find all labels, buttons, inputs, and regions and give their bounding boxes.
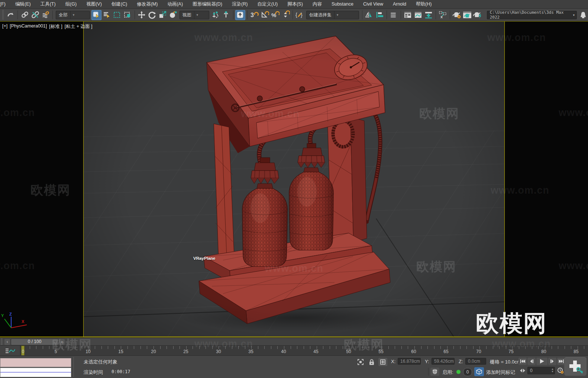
ref-coord-dropdown[interactable]: 视图▾ <box>180 11 209 19</box>
ruler-label: 65 <box>443 349 448 354</box>
track-bar[interactable]: 0510152025303540455055606570758085 <box>0 345 588 356</box>
script-listener-pane[interactable] <box>0 368 71 377</box>
angle-snap-button[interactable] <box>260 10 270 20</box>
menu-item[interactable]: 动画(A) <box>162 1 188 7</box>
named-selection-sets-button[interactable]: {} <box>295 10 305 20</box>
select-object-button[interactable] <box>91 10 101 20</box>
select-link-button[interactable] <box>20 10 30 20</box>
render-time-value: 0:00:17 <box>112 369 130 374</box>
play-button[interactable] <box>536 358 547 365</box>
selection-filter-dropdown[interactable]: 全部▾ <box>56 11 90 19</box>
viewport-menu-standard[interactable]: [标准 ] <box>49 23 62 30</box>
menu-item[interactable]: Civil View <box>358 1 388 7</box>
shield-icon[interactable] <box>430 368 439 376</box>
snap-3d-button[interactable]: 3 <box>249 10 259 20</box>
time-config-button[interactable] <box>556 367 565 374</box>
time-tag-cube-button[interactable] <box>474 367 484 376</box>
previous-frame-button[interactable] <box>527 358 536 365</box>
mini-curve-editor-button[interactable] <box>0 346 20 356</box>
absolute-mode-toggle[interactable] <box>378 358 387 366</box>
menu-item[interactable]: 渲染(R) <box>227 1 252 7</box>
align-button[interactable] <box>375 10 385 20</box>
select-place-button[interactable] <box>168 10 178 20</box>
ruler-label: 50 <box>346 349 351 354</box>
current-frame-field[interactable]: 0 ▲▼ <box>527 367 555 374</box>
select-by-name-button[interactable] <box>102 10 112 20</box>
ruler-label: 70 <box>476 349 481 354</box>
ruler-label: 60 <box>411 349 416 354</box>
curve-editor-button[interactable] <box>413 10 423 20</box>
statusbar-drag-handle[interactable] <box>73 357 74 377</box>
viewport-menu-pov[interactable]: [PhysCamera001] <box>10 23 47 30</box>
scene-explorer-button[interactable] <box>389 10 399 20</box>
chevron-down-icon: ▾ <box>334 11 340 19</box>
menu-item[interactable]: Arnold <box>388 1 411 7</box>
ribbon-toggle-button[interactable] <box>424 10 434 20</box>
camera-viewport[interactable]: Z Y X [+] [PhysCamera001] [标准 ] [粘土 + 边面… <box>0 21 588 337</box>
rendered-frame-button[interactable] <box>462 10 472 20</box>
menu-item[interactable]: 编辑(E) <box>10 1 36 7</box>
menu-item[interactable]: 工具(T) <box>36 1 61 7</box>
menu-item[interactable]: 帮助(H) <box>411 1 436 7</box>
select-rotate-button[interactable] <box>147 10 157 20</box>
unlink-button[interactable] <box>30 10 40 20</box>
z-coord-field[interactable]: 0.0cm <box>465 358 486 365</box>
y-coord-field[interactable]: 59.426cm <box>432 358 455 365</box>
x-coord-field[interactable]: 16.878cm <box>398 358 421 365</box>
bind-spacewarp-button[interactable] <box>41 10 51 20</box>
macro-recorder-pane[interactable] <box>0 358 71 367</box>
next-frame-arrow[interactable]: › <box>59 339 65 345</box>
toolbar-overflow-icon[interactable] <box>578 10 588 20</box>
select-move-button[interactable] <box>137 10 147 20</box>
frame-spinner[interactable]: ▲▼ <box>551 368 554 373</box>
mirror-button[interactable] <box>364 10 374 20</box>
set-key-button[interactable] <box>564 357 587 376</box>
render-setup-button[interactable] <box>452 10 462 20</box>
menu-item[interactable]: 视图(V) <box>81 1 107 7</box>
time-slider[interactable]: 0 / 100 <box>11 339 58 345</box>
viewport-menu-general[interactable]: [+] <box>2 23 7 30</box>
enable-count-badge[interactable]: 0 <box>463 368 472 376</box>
window-crossing-button[interactable] <box>123 10 133 20</box>
ruler-label: 55 <box>378 349 383 354</box>
select-manipulate-button[interactable] <box>221 10 231 20</box>
region-select-button[interactable] <box>112 10 122 20</box>
wireframe-model[interactable] <box>199 36 390 324</box>
menu-item[interactable]: 图形编辑器(D) <box>188 1 227 7</box>
use-center-button[interactable] <box>211 10 221 20</box>
menu-item[interactable]: 创建(C) <box>107 1 132 7</box>
svg-text:}: } <box>301 12 303 18</box>
material-editor-button[interactable]: x <box>438 10 448 20</box>
render-production-button[interactable] <box>473 10 483 20</box>
spinner-snap-button[interactable] <box>281 10 291 20</box>
x-label: X: <box>391 359 395 364</box>
menu-item[interactable]: 文件(F) <box>0 1 10 7</box>
viewport-menu-shading[interactable]: [粘土 + 边面 ] <box>65 23 93 30</box>
percent-snap-button[interactable]: % <box>270 10 280 20</box>
selection-lock-icon[interactable] <box>367 358 376 366</box>
redo-button[interactable] <box>6 10 16 20</box>
prev-frame-arrow[interactable]: ‹ <box>4 339 10 345</box>
ruler-label: 15 <box>118 349 123 354</box>
menu-item[interactable]: 组(G) <box>61 1 82 7</box>
timeslider-drag-handle[interactable] <box>1 339 3 345</box>
go-to-start-button[interactable] <box>518 358 527 365</box>
schematic-view-button[interactable] <box>403 10 413 20</box>
menu-item[interactable]: Substance <box>327 1 358 7</box>
isolate-selection-icon[interactable] <box>356 358 365 366</box>
keyboard-override-button[interactable] <box>235 10 245 20</box>
ruler-label: 40 <box>281 349 286 354</box>
next-frame-button[interactable] <box>548 358 556 365</box>
chevron-down-icon: ▾ <box>194 11 200 19</box>
menu-item[interactable]: 脚本(S) <box>282 1 308 7</box>
menu-item[interactable]: 内容 <box>308 1 327 7</box>
select-scale-button[interactable] <box>158 10 168 20</box>
key-mode-toggle[interactable] <box>518 367 527 374</box>
selection-sets-dropdown[interactable]: 创建选择集▾ <box>306 11 359 19</box>
menu-item[interactable]: 自定义(U) <box>252 1 282 7</box>
toolbar-drag-handle[interactable] <box>2 10 4 20</box>
project-folder-field[interactable]: C:\Users\Han\Documents\3ds Max 2022▾ <box>487 11 577 19</box>
add-time-tag[interactable]: 添加时间标记 <box>486 369 515 376</box>
enable-label: 启用: <box>442 369 453 376</box>
menu-item[interactable]: 修改器(M) <box>132 1 162 7</box>
